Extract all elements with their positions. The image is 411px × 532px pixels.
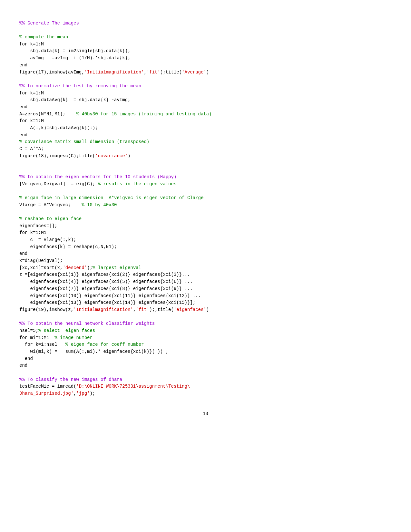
code-content: %% Generate The images % compute the mea… (19, 13, 392, 397)
page-number: 13 (19, 410, 392, 417)
